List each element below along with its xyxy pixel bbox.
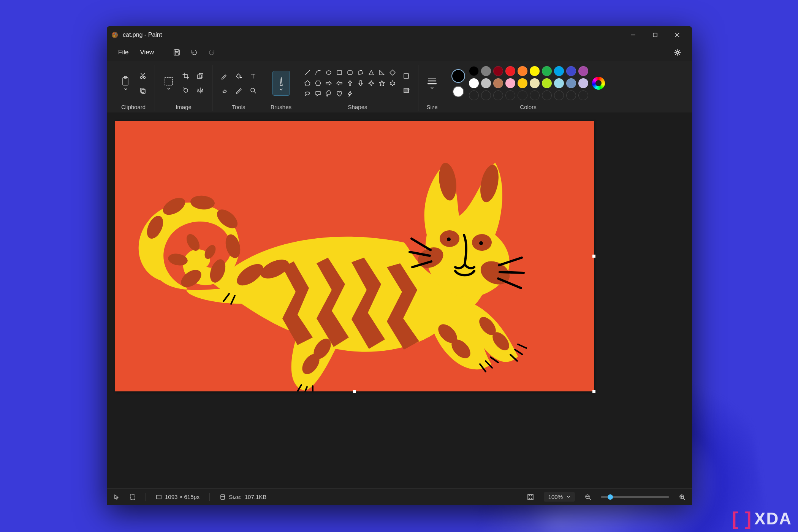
cut-button[interactable] [136,70,149,82]
custom-color-slot[interactable] [518,90,527,100]
color-swatch[interactable] [505,66,515,76]
color-primary[interactable] [451,69,465,83]
color-swatch[interactable] [518,78,527,88]
color-swatch[interactable] [481,66,491,76]
cursor-tool-indicator [114,494,120,500]
zoom-level-dropdown[interactable]: 100% [544,492,575,502]
color-swatch[interactable] [493,66,503,76]
shape-heart[interactable] [334,89,344,99]
color-swatch[interactable] [578,66,588,76]
save-button[interactable] [169,45,184,60]
undo-button[interactable] [187,45,202,60]
color-swatch[interactable] [518,66,527,76]
shape-star4[interactable] [366,78,376,88]
resize-handle-bottom[interactable] [353,390,356,393]
color-swatch[interactable] [554,78,564,88]
rotate-button[interactable] [179,84,192,97]
zoom-slider[interactable] [601,496,669,498]
resize-handle-right[interactable] [592,255,595,258]
shape-oval[interactable] [324,68,334,78]
color-swatch[interactable] [493,78,503,88]
titlebar[interactable]: cat.png - Paint [107,26,692,44]
color-swatch[interactable] [505,78,515,88]
zoom-out-button[interactable] [585,494,591,500]
menu-file[interactable]: File [114,46,133,59]
copy-button[interactable] [136,84,149,97]
size-button[interactable] [424,71,440,95]
custom-color-slot[interactable] [493,90,503,100]
svg-marker-40 [369,81,374,86]
custom-color-slot[interactable] [481,90,491,100]
minimize-button[interactable] [622,26,644,44]
custom-color-slot[interactable] [542,90,552,100]
shape-arrow-up[interactable] [345,78,355,88]
shape-callout-rect[interactable] [313,89,323,99]
magnifier-tool[interactable] [247,84,260,97]
zoom-slider-thumb[interactable] [608,494,613,500]
color-swatch[interactable] [481,78,491,88]
settings-button[interactable] [670,45,685,60]
eyedropper-tool[interactable] [232,84,245,97]
canvas-workspace[interactable] [107,112,692,488]
shape-fill-button[interactable] [400,84,413,97]
close-button[interactable] [666,26,688,44]
shape-triangle[interactable] [366,68,376,78]
shape-rect[interactable] [334,68,344,78]
resize-button[interactable] [194,70,207,82]
shape-outline-button[interactable] [400,70,413,82]
flip-button[interactable] [194,84,207,97]
svg-rect-10 [175,53,178,55]
shape-star6[interactable] [388,78,397,88]
shape-arrow-right[interactable] [324,78,334,88]
fill-tool[interactable] [232,70,245,82]
shape-diamond[interactable] [388,68,397,78]
shape-curve[interactable] [313,68,323,78]
shape-pentagon[interactable] [302,78,312,88]
zoom-in-button[interactable] [679,494,685,500]
shape-lightning[interactable] [345,89,355,99]
fit-to-window-button[interactable] [527,494,534,500]
color-swatch[interactable] [530,78,540,88]
color-swatch[interactable] [469,66,479,76]
select-button[interactable] [160,71,177,95]
shape-roundrect[interactable] [345,68,355,78]
custom-color-slot[interactable] [530,90,540,100]
shape-hexagon[interactable] [313,78,323,88]
color-swatch[interactable] [554,66,564,76]
shape-callout-cloud[interactable] [324,89,334,99]
shape-right-triangle[interactable] [377,68,387,78]
ribbon-group-brushes: Brushes [265,65,297,111]
resize-handle-corner[interactable] [592,390,595,393]
shape-line[interactable] [302,68,312,78]
shape-star5[interactable] [377,78,387,88]
shape-polygon[interactable] [356,68,366,78]
custom-color-slot[interactable] [469,90,479,100]
color-swatch[interactable] [542,78,552,88]
shape-callout-round[interactable] [302,89,312,99]
color-swatch[interactable] [566,78,576,88]
custom-color-slot[interactable] [578,90,588,100]
text-tool[interactable] [247,70,260,82]
maximize-button[interactable] [644,26,666,44]
color-swatch[interactable] [578,78,588,88]
color-secondary[interactable] [453,86,464,97]
color-swatch[interactable] [566,66,576,76]
edit-colors-button[interactable] [592,77,605,90]
color-swatch[interactable] [469,78,479,88]
color-swatch[interactable] [542,66,552,76]
menu-view[interactable]: View [135,46,158,59]
custom-color-slot[interactable] [554,90,564,100]
color-swatch[interactable] [530,66,540,76]
custom-color-slot[interactable] [505,90,515,100]
canvas[interactable] [115,121,594,391]
eraser-tool[interactable] [218,84,231,97]
brush-button[interactable] [273,71,290,95]
crop-button[interactable] [179,70,192,82]
pencil-tool[interactable] [218,70,231,82]
paste-button[interactable] [117,71,134,95]
shape-arrow-down[interactable] [356,78,366,88]
redo-button[interactable] [204,45,219,60]
custom-color-slot[interactable] [566,90,576,100]
shape-arrow-left[interactable] [334,78,344,88]
ribbon-label-tools: Tools [232,101,245,111]
